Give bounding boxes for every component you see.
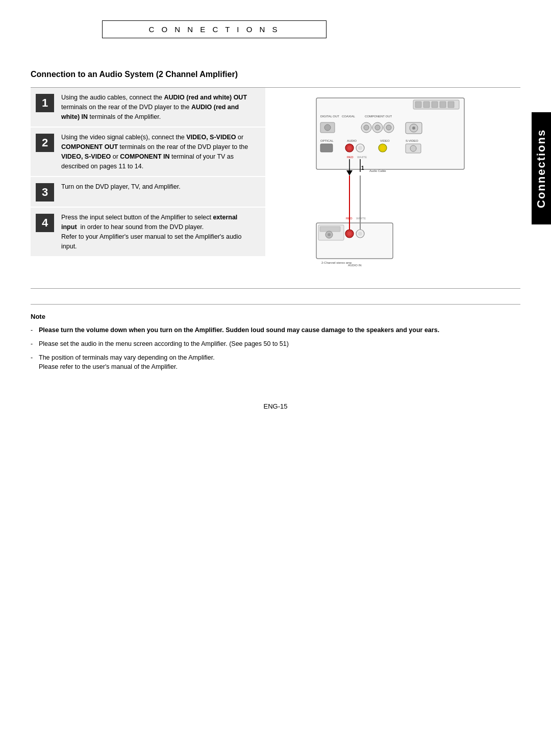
steps-column: 1 Using the audio cables, connect the AU… bbox=[31, 88, 265, 288]
svg-text:WHITE: WHITE bbox=[357, 156, 367, 159]
step-2-number: 2 bbox=[36, 134, 54, 152]
diagram-column: DIGITAL OUT COAXIAL COMPONENT OUT bbox=[265, 88, 520, 288]
svg-rect-3 bbox=[423, 102, 430, 108]
svg-point-31 bbox=[381, 146, 385, 150]
svg-text:COMPONENT OUT: COMPONENT OUT bbox=[365, 115, 392, 118]
svg-rect-2 bbox=[415, 102, 421, 108]
svg-rect-47 bbox=[320, 226, 340, 232]
svg-point-49 bbox=[328, 233, 331, 236]
svg-text:WHITE: WHITE bbox=[356, 217, 366, 220]
svg-point-27 bbox=[347, 146, 352, 150]
step-2-text: Using the video signal cable(s), connect… bbox=[61, 133, 260, 171]
note-section: Note Please turn the volume down when yo… bbox=[31, 304, 520, 372]
step-3-text: Turn on the DVD player, TV, and Amplifie… bbox=[61, 182, 186, 192]
header-box: C O N N E C T I O N S bbox=[102, 20, 327, 38]
note-list: Please turn the volume down when you tur… bbox=[31, 325, 520, 372]
svg-text:S-VIDEO: S-VIDEO bbox=[406, 139, 418, 142]
header-title: C O N N E C T I O N S bbox=[149, 25, 280, 34]
step-3-number: 3 bbox=[36, 183, 54, 201]
note-item-1-bold: Please turn the volume down when you tur… bbox=[39, 326, 439, 334]
svg-point-20 bbox=[412, 127, 415, 130]
step-1-text: Using the audio cables, connect the AUDI… bbox=[61, 93, 260, 121]
svg-point-53 bbox=[358, 232, 362, 236]
svg-text:AUDIO: AUDIO bbox=[347, 139, 357, 142]
content-area: 1 Using the audio cables, connect the AU… bbox=[31, 88, 520, 288]
diagram-wrapper: DIGITAL OUT COAXIAL COMPONENT OUT bbox=[311, 93, 485, 288]
step-4-block: 4 Press the input select button of the A… bbox=[31, 208, 265, 256]
svg-point-17 bbox=[324, 124, 331, 131]
svg-text:Audio Cable: Audio Cable bbox=[369, 169, 386, 172]
svg-point-33 bbox=[410, 145, 416, 152]
svg-rect-4 bbox=[432, 102, 438, 108]
connection-diagram: DIGITAL OUT COAXIAL COMPONENT OUT bbox=[311, 93, 474, 287]
svg-rect-25 bbox=[320, 144, 333, 152]
note-item-3: The position of terminals may vary depen… bbox=[31, 353, 520, 372]
svg-point-13 bbox=[375, 125, 380, 130]
section-heading: Connection to an Audio System (2 Channel… bbox=[31, 70, 520, 79]
note-item-2-text: Please set the audio in the menu screen … bbox=[39, 340, 289, 347]
step-4-text: Press the input select button of the Amp… bbox=[61, 213, 260, 251]
side-tab-label: Connections bbox=[535, 129, 548, 208]
note-item-1: Please turn the volume down when you tur… bbox=[31, 325, 520, 335]
svg-point-51 bbox=[347, 232, 352, 236]
page-number: ENG-15 bbox=[31, 402, 520, 410]
svg-text:COAXIAL: COAXIAL bbox=[342, 115, 356, 118]
step-1-block: 1 Using the audio cables, connect the AU… bbox=[31, 88, 265, 127]
svg-rect-5 bbox=[440, 102, 446, 108]
svg-point-11 bbox=[364, 125, 369, 130]
svg-marker-37 bbox=[346, 170, 353, 175]
svg-text:DIGITAL OUT: DIGITAL OUT bbox=[320, 115, 339, 118]
step-2-block: 2 Using the video signal cable(s), conne… bbox=[31, 128, 265, 176]
svg-text:VIDEO: VIDEO bbox=[380, 139, 390, 142]
svg-point-29 bbox=[358, 146, 362, 150]
step-1-number: 1 bbox=[36, 94, 54, 112]
svg-rect-6 bbox=[448, 102, 454, 108]
note-item-2: Please set the audio in the menu screen … bbox=[31, 339, 520, 349]
note-item-3-text: The position of terminals may vary depen… bbox=[39, 354, 215, 371]
note-title: Note bbox=[31, 313, 520, 320]
step-3-block: 3 Turn on the DVD player, TV, and Amplif… bbox=[31, 177, 265, 207]
step-4-number: 4 bbox=[36, 214, 54, 232]
svg-text:1: 1 bbox=[361, 165, 364, 171]
bottom-rule bbox=[31, 288, 520, 289]
svg-text:OPTICAL: OPTICAL bbox=[320, 139, 334, 142]
svg-text:RED: RED bbox=[347, 156, 354, 159]
page-wrapper: Connections C O N N E C T I O N S Connec… bbox=[0, 0, 551, 756]
svg-point-15 bbox=[386, 125, 391, 130]
side-tab: Connections bbox=[532, 112, 551, 224]
svg-text:AUDIO IN: AUDIO IN bbox=[348, 264, 362, 267]
